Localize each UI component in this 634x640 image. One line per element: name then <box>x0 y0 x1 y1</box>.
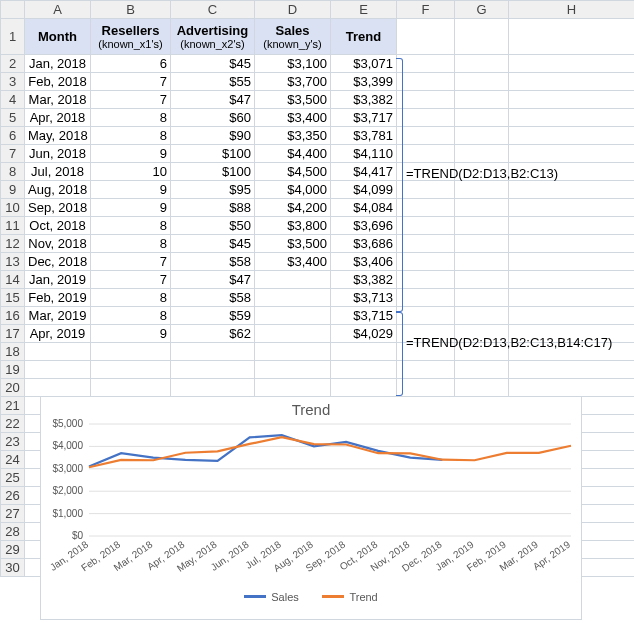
cell-H12[interactable] <box>509 235 635 253</box>
cell-G6[interactable] <box>455 127 509 145</box>
cell-F5[interactable] <box>397 109 455 127</box>
row-30[interactable]: 30 <box>1 559 25 577</box>
cell-H9[interactable] <box>509 181 635 199</box>
row-8[interactable]: 8 <box>1 163 25 181</box>
cell-H20[interactable] <box>509 379 635 397</box>
cell-A7[interactable]: Jun, 2018 <box>25 145 91 163</box>
cell-A6[interactable]: May, 2018 <box>25 127 91 145</box>
col-A[interactable]: A <box>25 1 91 19</box>
cell-F3[interactable] <box>397 73 455 91</box>
cell-C15[interactable]: $58 <box>171 289 255 307</box>
corner-cell[interactable] <box>1 1 25 19</box>
row-24[interactable]: 24 <box>1 451 25 469</box>
cell-G3[interactable] <box>455 73 509 91</box>
cell-A19[interactable] <box>25 361 91 379</box>
cell-D19[interactable] <box>255 361 331 379</box>
cell-H3[interactable] <box>509 73 635 91</box>
cell-E18[interactable] <box>331 343 397 361</box>
cell-E11[interactable]: $3,696 <box>331 217 397 235</box>
row-21[interactable]: 21 <box>1 397 25 415</box>
cell-C19[interactable] <box>171 361 255 379</box>
cell-A8[interactable]: Jul, 2018 <box>25 163 91 181</box>
cell-H10[interactable] <box>509 199 635 217</box>
cell-D10[interactable]: $4,200 <box>255 199 331 217</box>
cell-F14[interactable] <box>397 271 455 289</box>
cell-C8[interactable]: $100 <box>171 163 255 181</box>
row-10[interactable]: 10 <box>1 199 25 217</box>
cell-H4[interactable] <box>509 91 635 109</box>
cell-D16[interactable] <box>255 307 331 325</box>
cell-D4[interactable]: $3,500 <box>255 91 331 109</box>
cell-A14[interactable]: Jan, 2019 <box>25 271 91 289</box>
cell-D11[interactable]: $3,800 <box>255 217 331 235</box>
cell-A12[interactable]: Nov, 2018 <box>25 235 91 253</box>
cell-E14[interactable]: $3,382 <box>331 271 397 289</box>
cell-C9[interactable]: $95 <box>171 181 255 199</box>
row-17[interactable]: 17 <box>1 325 25 343</box>
cell-H16[interactable] <box>509 307 635 325</box>
cell-F7[interactable] <box>397 145 455 163</box>
row-20[interactable]: 20 <box>1 379 25 397</box>
cell-C18[interactable] <box>171 343 255 361</box>
cell-G16[interactable] <box>455 307 509 325</box>
cell-F6[interactable] <box>397 127 455 145</box>
cell-A2[interactable]: Jan, 2018 <box>25 55 91 73</box>
cell-C3[interactable]: $55 <box>171 73 255 91</box>
cell-A16[interactable]: Mar, 2019 <box>25 307 91 325</box>
header-month[interactable]: Month <box>25 19 91 55</box>
cell-G7[interactable] <box>455 145 509 163</box>
header-resellers[interactable]: Resellers(known_x1's) <box>91 19 171 55</box>
cell-B18[interactable] <box>91 343 171 361</box>
row-5[interactable]: 5 <box>1 109 25 127</box>
cell-C2[interactable]: $45 <box>171 55 255 73</box>
cell-F15[interactable] <box>397 289 455 307</box>
cell-G14[interactable] <box>455 271 509 289</box>
col-E[interactable]: E <box>331 1 397 19</box>
col-C[interactable]: C <box>171 1 255 19</box>
cell-C17[interactable]: $62 <box>171 325 255 343</box>
cell-H2[interactable] <box>509 55 635 73</box>
cell-A9[interactable]: Aug, 2018 <box>25 181 91 199</box>
cell-C14[interactable]: $47 <box>171 271 255 289</box>
cell-C4[interactable]: $47 <box>171 91 255 109</box>
cell-E13[interactable]: $3,406 <box>331 253 397 271</box>
cell-F13[interactable] <box>397 253 455 271</box>
cell-B7[interactable]: 9 <box>91 145 171 163</box>
row-1[interactable]: 1 <box>1 19 25 55</box>
cell-C10[interactable]: $88 <box>171 199 255 217</box>
cell-A18[interactable] <box>25 343 91 361</box>
cell-C11[interactable]: $50 <box>171 217 255 235</box>
cell-C5[interactable]: $60 <box>171 109 255 127</box>
row-3[interactable]: 3 <box>1 73 25 91</box>
cell-C13[interactable]: $58 <box>171 253 255 271</box>
col-G[interactable]: G <box>455 1 509 19</box>
cell-F20[interactable] <box>397 379 455 397</box>
cell-C6[interactable]: $90 <box>171 127 255 145</box>
cell-E12[interactable]: $3,686 <box>331 235 397 253</box>
cell-B14[interactable]: 7 <box>91 271 171 289</box>
cell-F10[interactable] <box>397 199 455 217</box>
cell-A20[interactable] <box>25 379 91 397</box>
cell-G9[interactable] <box>455 181 509 199</box>
cell-F19[interactable] <box>397 361 455 379</box>
row-28[interactable]: 28 <box>1 523 25 541</box>
cell-E19[interactable] <box>331 361 397 379</box>
cell-G20[interactable] <box>455 379 509 397</box>
cell-E7[interactable]: $4,110 <box>331 145 397 163</box>
col-H[interactable]: H <box>509 1 635 19</box>
row-29[interactable]: 29 <box>1 541 25 559</box>
cell-D5[interactable]: $3,400 <box>255 109 331 127</box>
row-15[interactable]: 15 <box>1 289 25 307</box>
cell-H11[interactable] <box>509 217 635 235</box>
cell-E9[interactable]: $4,099 <box>331 181 397 199</box>
col-B[interactable]: B <box>91 1 171 19</box>
cell-E17[interactable]: $4,029 <box>331 325 397 343</box>
cell-F16[interactable] <box>397 307 455 325</box>
cell-D14[interactable] <box>255 271 331 289</box>
cell-G15[interactable] <box>455 289 509 307</box>
cell-D20[interactable] <box>255 379 331 397</box>
cell-E15[interactable]: $3,713 <box>331 289 397 307</box>
col-D[interactable]: D <box>255 1 331 19</box>
cell-A17[interactable]: Apr, 2019 <box>25 325 91 343</box>
cell-F9[interactable] <box>397 181 455 199</box>
